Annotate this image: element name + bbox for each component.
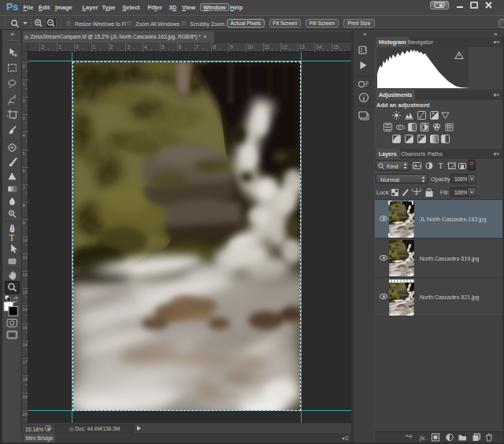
svg-text:.: . bbox=[453, 438, 454, 443]
svg-text:T: T bbox=[439, 161, 443, 170]
svg-text:T: T bbox=[9, 233, 15, 242]
svg-text:fx.: fx. bbox=[420, 434, 427, 442]
